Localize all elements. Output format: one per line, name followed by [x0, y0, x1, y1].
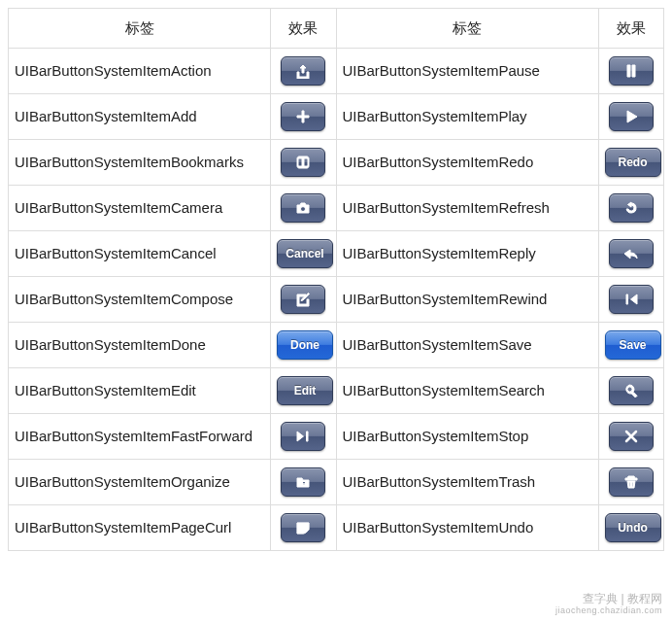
- effect-cell-right: [598, 460, 664, 505]
- search-icon: [623, 383, 639, 398]
- effect-cell-right: [598, 186, 664, 231]
- right-text-button[interactable]: Save: [605, 330, 661, 360]
- left-text-button[interactable]: Done: [277, 330, 333, 360]
- col-header-effect-left: 效果: [271, 9, 337, 49]
- rewind-icon: [623, 292, 639, 307]
- label-cell-left: UIBarButtonSystemItemCamera: [9, 186, 271, 231]
- label-cell-right: UIBarButtonSystemItemSearch: [336, 368, 598, 414]
- pagecurl-icon: [295, 520, 311, 536]
- compose-icon: [295, 292, 311, 307]
- reply-icon: [623, 246, 639, 261]
- action-icon[interactable]: [281, 56, 325, 86]
- camera-icon: [295, 200, 311, 216]
- fastforward-icon: [295, 429, 311, 444]
- table-row: UIBarButtonSystemItemAddUIBarButtonSyste…: [9, 94, 664, 140]
- pagecurl-icon[interactable]: [281, 513, 325, 542]
- label-cell-right: UIBarButtonSystemItemUndo: [336, 505, 598, 551]
- table-row: UIBarButtonSystemItemBookmarksUIBarButto…: [9, 140, 664, 186]
- effect-cell-right: [598, 231, 664, 277]
- effect-cell-right: [598, 414, 664, 460]
- label-cell-left: UIBarButtonSystemItemPageCurl: [9, 505, 271, 551]
- right-text-button[interactable]: Undo: [605, 513, 661, 542]
- search-icon[interactable]: [609, 376, 654, 405]
- effect-cell-right: Save: [598, 323, 664, 368]
- label-cell-right: UIBarButtonSystemItemRefresh: [336, 186, 598, 231]
- fastforward-icon[interactable]: [281, 422, 325, 451]
- effect-cell-left: Done: [271, 323, 337, 368]
- stop-icon[interactable]: [609, 422, 654, 451]
- label-cell-left: UIBarButtonSystemItemFastForward: [9, 414, 271, 460]
- effect-cell-left: [271, 460, 337, 505]
- effect-cell-left: Cancel: [271, 231, 337, 277]
- left-text-button[interactable]: Cancel: [277, 239, 333, 268]
- effect-cell-left: [271, 277, 337, 323]
- effect-cell-left: Edit: [271, 368, 337, 414]
- effect-cell-right: Redo: [598, 140, 664, 186]
- right-text-button[interactable]: Redo: [605, 148, 661, 177]
- systemitem-table: 标签 效果 标签 效果 UIBarButtonSystemItemActionU…: [8, 8, 664, 551]
- label-cell-left: UIBarButtonSystemItemBookmarks: [9, 140, 271, 186]
- compose-icon[interactable]: [281, 285, 325, 314]
- action-icon: [295, 63, 311, 79]
- stop-icon: [623, 429, 639, 444]
- play-icon: [623, 109, 639, 124]
- refresh-icon[interactable]: [609, 193, 654, 223]
- label-cell-right: UIBarButtonSystemItemRedo: [336, 140, 598, 186]
- col-header-effect-right: 效果: [598, 9, 664, 49]
- label-cell-left: UIBarButtonSystemItemDone: [9, 323, 271, 368]
- table-row: UIBarButtonSystemItemEditEditUIBarButton…: [9, 368, 664, 414]
- table-row: UIBarButtonSystemItemComposeUIBarButtonS…: [9, 277, 664, 323]
- effect-cell-right: Undo: [598, 505, 664, 551]
- label-cell-right: UIBarButtonSystemItemStop: [336, 414, 598, 460]
- col-header-label-left: 标签: [9, 9, 271, 49]
- reply-icon[interactable]: [609, 239, 654, 268]
- refresh-icon: [623, 200, 639, 216]
- effect-cell-left: [271, 49, 337, 94]
- plus-icon[interactable]: [281, 102, 325, 131]
- effect-cell-right: [598, 368, 664, 414]
- table-row: UIBarButtonSystemItemCancelCancelUIBarBu…: [9, 231, 664, 277]
- label-cell-right: UIBarButtonSystemItemPause: [336, 49, 598, 94]
- effect-cell-right: [598, 277, 664, 323]
- organize-icon[interactable]: [281, 467, 325, 497]
- label-cell-left: UIBarButtonSystemItemAction: [9, 49, 271, 94]
- effect-cell-left: [271, 414, 337, 460]
- label-cell-left: UIBarButtonSystemItemCompose: [9, 277, 271, 323]
- effect-cell-left: [271, 94, 337, 140]
- table-row: UIBarButtonSystemItemActionUIBarButtonSy…: [9, 49, 664, 94]
- rewind-icon[interactable]: [609, 285, 654, 314]
- pause-icon[interactable]: [609, 56, 654, 86]
- table-row: UIBarButtonSystemItemCameraUIBarButtonSy…: [9, 186, 664, 231]
- label-cell-right: UIBarButtonSystemItemSave: [336, 323, 598, 368]
- table-row: UIBarButtonSystemItemDoneDoneUIBarButton…: [9, 323, 664, 368]
- label-cell-left: UIBarButtonSystemItemCancel: [9, 231, 271, 277]
- col-header-label-right: 标签: [336, 9, 598, 49]
- camera-icon[interactable]: [281, 193, 325, 223]
- table-row: UIBarButtonSystemItemFastForwardUIBarBut…: [9, 414, 664, 460]
- label-cell-left: UIBarButtonSystemItemAdd: [9, 94, 271, 140]
- effect-cell-left: [271, 186, 337, 231]
- left-text-button[interactable]: Edit: [277, 376, 333, 405]
- table-row: UIBarButtonSystemItemOrganizeUIBarButton…: [9, 460, 664, 505]
- plus-icon: [295, 109, 311, 124]
- label-cell-right: UIBarButtonSystemItemReply: [336, 231, 598, 277]
- label-cell-right: UIBarButtonSystemItemRewind: [336, 277, 598, 323]
- trash-icon[interactable]: [609, 467, 654, 497]
- label-cell-left: UIBarButtonSystemItemOrganize: [9, 460, 271, 505]
- organize-icon: [295, 474, 311, 490]
- pause-icon: [623, 63, 639, 79]
- effect-cell-right: [598, 94, 664, 140]
- effect-cell-left: [271, 505, 337, 551]
- effect-cell-left: [271, 140, 337, 186]
- trash-icon: [623, 474, 639, 490]
- bookmarks-icon: [295, 155, 311, 170]
- play-icon[interactable]: [609, 102, 654, 131]
- effect-cell-right: [598, 49, 664, 94]
- label-cell-left: UIBarButtonSystemItemEdit: [9, 368, 271, 414]
- label-cell-right: UIBarButtonSystemItemTrash: [336, 460, 598, 505]
- label-cell-right: UIBarButtonSystemItemPlay: [336, 94, 598, 140]
- bookmarks-icon[interactable]: [281, 148, 325, 177]
- table-row: UIBarButtonSystemItemPageCurlUIBarButton…: [9, 505, 664, 551]
